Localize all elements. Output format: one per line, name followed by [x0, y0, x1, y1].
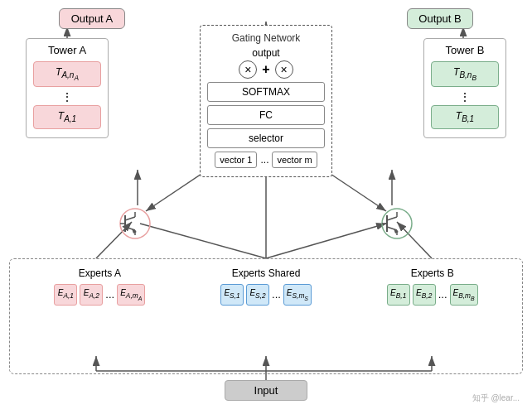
tower-a-title: Tower A [33, 44, 101, 56]
expert-b2: EB,2 [413, 284, 436, 306]
experts-b-title: Experts B [349, 267, 515, 279]
transistor-right [379, 205, 415, 242]
experts-shared-group: Experts Shared ES,1 ES,2 ... ES,mS [183, 267, 350, 306]
svg-line-29 [387, 217, 397, 220]
svg-line-21 [125, 217, 135, 220]
gating-title: Gating Network [207, 32, 325, 44]
gating-vectorm: vector m [272, 152, 317, 168]
gating-multiply-left: × [239, 60, 257, 79]
diagram: Output A Output B Tower A TA,nA ⋮ TA,1 T… [9, 8, 523, 404]
gating-plus: + [262, 62, 269, 77]
expert-bmB: EB,mB [450, 284, 478, 306]
output-b-label: Output B [418, 12, 461, 25]
watermark: 知乎 @lear... [472, 392, 520, 404]
tower-a-top-cell: TA,nA [33, 61, 101, 87]
input-label: Input [254, 384, 278, 397]
gating-fc: FC [207, 105, 325, 125]
experts-a-cells: EA,1 EA,2 ... EA,mA [17, 284, 183, 306]
tower-a-dots: ⋮ [33, 90, 101, 104]
experts-b-cells: EB,1 EB,2 ... EB,mB [349, 284, 515, 306]
input-box: Input [225, 380, 307, 401]
gating-vectors-row: vector 1 ... vector m [207, 152, 325, 168]
tower-a: Tower A TA,nA ⋮ TA,1 [26, 38, 109, 138]
experts-a-dots: ... [105, 284, 114, 306]
gating-selector: selector [207, 128, 325, 148]
gating-multiply-row: × + × [207, 60, 325, 79]
tower-b-title: Tower B [431, 44, 499, 56]
svg-line-10 [266, 224, 386, 258]
expert-a1: EA,1 [54, 284, 77, 306]
output-a-label: Output A [71, 12, 114, 25]
svg-line-9 [140, 224, 266, 258]
gating-softmax: SOFTMAX [207, 82, 325, 102]
tower-b-top-cell: TB,nB [431, 61, 499, 87]
tower-a-bottom-cell: TA,1 [33, 105, 101, 128]
svg-line-22 [125, 227, 135, 230]
tower-b: Tower B TB,nB ⋮ TB,1 [423, 38, 506, 138]
experts-section: Experts A EA,1 EA,2 ... EA,mA Experts Sh… [9, 258, 523, 374]
transistor-left [117, 205, 153, 242]
gating-network: Gating Network output × + × SOFTMAX FC s… [200, 25, 332, 177]
experts-a-title: Experts A [17, 267, 183, 279]
gating-multiply-right: × [275, 60, 293, 79]
experts-b-dots: ... [438, 284, 447, 306]
gating-vector1: vector 1 [215, 152, 257, 168]
experts-shared-cells: ES,1 ES,2 ... ES,mS [183, 284, 350, 306]
experts-shared-dots: ... [272, 284, 281, 306]
expert-s1: ES,1 [220, 284, 244, 306]
expert-a2: EA,2 [80, 284, 103, 306]
expert-b1: EB,1 [387, 284, 410, 306]
experts-a-group: Experts A EA,1 EA,2 ... EA,mA [17, 267, 183, 306]
output-a-box: Output A [59, 8, 125, 29]
svg-line-30 [387, 227, 397, 230]
gating-output-label: output [207, 47, 325, 59]
output-b-box: Output B [407, 8, 473, 29]
expert-smS: ES,mS [283, 284, 312, 306]
experts-b-group: Experts B EB,1 EB,2 ... EB,mB [349, 267, 515, 306]
experts-shared-title: Experts Shared [183, 267, 350, 279]
expert-amA: EA,mA [117, 284, 145, 306]
tower-b-dots: ⋮ [431, 90, 499, 104]
gating-vectors-dots: ... [260, 154, 268, 166]
expert-s2: ES,2 [246, 284, 269, 306]
tower-b-bottom-cell: TB,1 [431, 105, 499, 128]
